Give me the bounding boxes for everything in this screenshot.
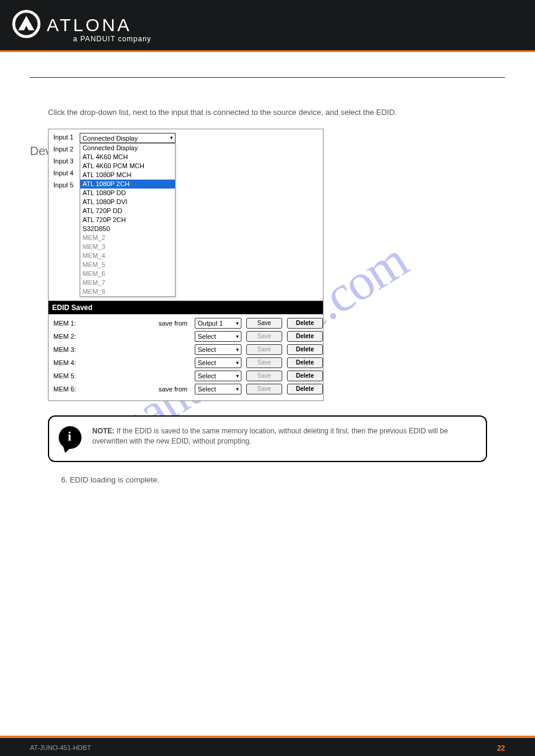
edid-option[interactable]: MEM_3 <box>80 242 175 251</box>
edid-option[interactable]: ATL 1080P DD <box>80 189 175 198</box>
edid-select-value: Connected Display <box>83 135 138 142</box>
footer-model: AT-JUNO-451-HDBT <box>30 744 91 751</box>
edid-select[interactable]: Connected Display ▾ <box>80 133 176 143</box>
edid-option[interactable]: ATL 1080P DVI <box>80 198 175 207</box>
brand-logo: ATLONA <box>12 10 132 38</box>
delete-button[interactable]: Delete <box>287 344 323 355</box>
chevron-down-icon: ▾ <box>236 386 239 392</box>
save-button[interactable]: Save <box>246 318 282 329</box>
mem-label: MEM 6: <box>53 385 89 393</box>
edid-option[interactable]: MEM_2 <box>80 233 175 242</box>
edid-option[interactable]: S32D850 <box>80 224 175 233</box>
edid-dropdown-list[interactable]: Connected DisplayATL 4K60 MCHATL 4K60 PC… <box>80 143 176 297</box>
edid-panel: Input 1 Input 2 Input 3 Input 4 Input 5 … <box>48 129 324 401</box>
delete-button[interactable]: Delete <box>287 384 323 394</box>
save-button: Save <box>246 371 282 381</box>
delete-button[interactable]: Delete <box>287 357 323 368</box>
chevron-down-icon: ▾ <box>236 360 239 366</box>
note-callout: NOTE: If the EDID is saved to the same m… <box>48 415 487 462</box>
save-from-label: save from <box>94 385 190 393</box>
closing-step: 6. EDID loading is complete. <box>61 475 505 484</box>
output-select[interactable]: Output 1▾ <box>195 318 241 329</box>
input-label: Input 2 <box>53 145 74 153</box>
header-bar: ATLONA a PANDUIT company <box>0 0 535 50</box>
save-button: Save <box>246 384 282 394</box>
mem-label: MEM 2: <box>53 333 89 340</box>
edid-option[interactable]: ATL 720P DD <box>80 207 175 215</box>
delete-button[interactable]: Delete <box>287 371 323 381</box>
mem-rows: MEM 1:save fromOutput 1▾SaveDeleteMEM 2:… <box>49 314 323 400</box>
save-from-label: save from <box>94 320 190 327</box>
edid-option[interactable]: MEM_4 <box>80 251 175 260</box>
delete-button[interactable]: Delete <box>287 318 323 329</box>
edid-option[interactable]: ATL 1080P MCH <box>80 171 175 180</box>
edid-option[interactable]: ATL 1080P 2CH <box>80 180 175 189</box>
input-label: Input 5 <box>53 181 74 189</box>
chevron-down-icon: ▾ <box>236 347 239 353</box>
delete-button[interactable]: Delete <box>287 331 323 342</box>
input-label: Input 1 <box>53 133 74 141</box>
output-select[interactable]: Select▾ <box>195 384 241 394</box>
mem-label: MEM 5: <box>53 372 89 379</box>
edid-option[interactable]: MEM_7 <box>80 278 175 287</box>
output-select[interactable]: Select▾ <box>195 344 241 355</box>
accent-stripe-top <box>0 50 535 52</box>
edid-option[interactable]: MEM_6 <box>80 269 175 278</box>
footer-bar: AT-JUNO-451-HDBT 22 <box>0 738 535 756</box>
brand-subtitle: a PANDUIT company <box>73 35 152 43</box>
edid-option[interactable]: MEM_5 <box>80 260 175 269</box>
input-label: Input 3 <box>53 157 74 165</box>
mem-label: MEM 1: <box>53 320 89 327</box>
edid-option[interactable]: MEM_8 <box>80 287 175 296</box>
save-button: Save <box>246 344 282 355</box>
chevron-down-icon: ▾ <box>236 320 239 326</box>
page-number: 22 <box>497 744 505 752</box>
edid-option[interactable]: ATL 4K60 PCM MCH <box>80 162 175 171</box>
info-icon <box>59 426 81 449</box>
chevron-down-icon: ▾ <box>236 373 239 379</box>
chevron-down-icon: ▾ <box>236 333 239 339</box>
input-labels-column: Input 1 Input 2 Input 3 Input 4 Input 5 <box>49 129 80 300</box>
mem-label: MEM 4: <box>53 359 89 366</box>
chevron-down-icon: ▾ <box>170 135 173 141</box>
divider <box>30 77 505 78</box>
input-label: Input 4 <box>53 169 74 177</box>
atlona-logo-icon <box>12 10 41 38</box>
brand-wordmark: ATLONA <box>47 13 132 35</box>
mem-label: MEM 3: <box>53 346 89 353</box>
intro-paragraph: Click the drop-down list, next to the in… <box>48 108 505 117</box>
edid-option[interactable]: Connected Display <box>80 144 175 153</box>
output-select[interactable]: Select▾ <box>195 331 241 342</box>
edid-saved-header: EDID Saved <box>49 300 323 314</box>
note-text: NOTE: If the EDID is saved to the same m… <box>92 426 475 447</box>
save-button: Save <box>246 357 282 368</box>
edid-option[interactable]: ATL 4K60 MCH <box>80 153 175 162</box>
output-select[interactable]: Select▾ <box>195 357 241 368</box>
output-select[interactable]: Select▾ <box>195 371 241 381</box>
edid-option[interactable]: ATL 720P 2CH <box>80 215 175 224</box>
save-button: Save <box>246 331 282 342</box>
